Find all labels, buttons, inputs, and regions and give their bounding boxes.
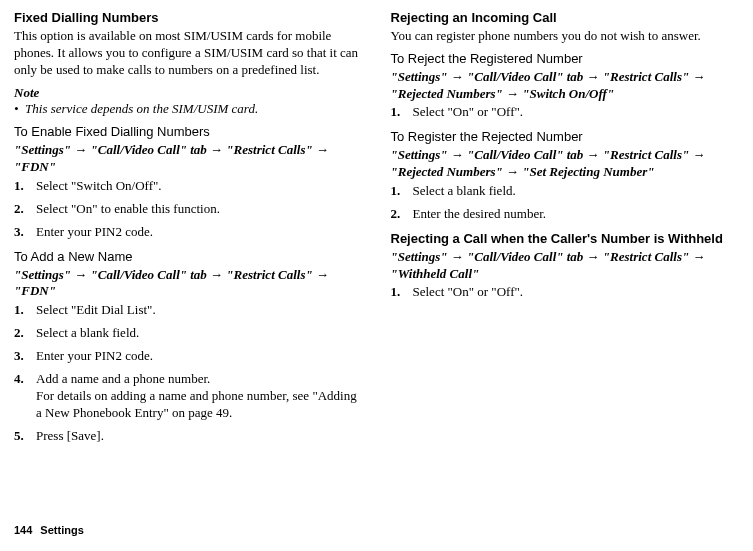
path-seg: "Call/Video Call" tab bbox=[467, 69, 583, 84]
arrow-icon: → bbox=[587, 249, 600, 264]
path-seg: "Restrict Calls" bbox=[226, 142, 312, 157]
heading-fdn: Fixed Dialling Numbers bbox=[14, 10, 363, 27]
arrow-icon: → bbox=[210, 142, 223, 157]
path-seg: "Settings" bbox=[14, 142, 71, 157]
note-head: Note bbox=[14, 85, 363, 102]
steps-enable-fdn: Select "Switch On/Off". Select "On" to e… bbox=[14, 178, 363, 241]
arrow-icon: → bbox=[692, 147, 705, 162]
path-reject-registered: "Settings" → "Call/Video Call" tab → "Re… bbox=[391, 69, 740, 103]
path-seg: "Call/Video Call" tab bbox=[467, 249, 583, 264]
note-text: • This service depends on the SIM/USIM c… bbox=[14, 101, 363, 118]
section-name: Settings bbox=[40, 524, 83, 536]
step: Enter your PIN2 code. bbox=[14, 224, 363, 241]
step: Select "Edit Dial List". bbox=[14, 302, 363, 319]
note-body: This service depends on the SIM/USIM car… bbox=[25, 101, 258, 116]
arrow-icon: → bbox=[451, 147, 464, 162]
heading-withheld: Rejecting a Call when the Caller's Numbe… bbox=[391, 231, 740, 248]
path-seg: "Settings" bbox=[391, 147, 448, 162]
steps-reject-registered: Select "On" or "Off". bbox=[391, 104, 740, 121]
step: Select "Switch On/Off". bbox=[14, 178, 363, 195]
arrow-icon: → bbox=[451, 249, 464, 264]
path-seg: "Restrict Calls" bbox=[603, 69, 689, 84]
path-seg: "Restrict Calls" bbox=[226, 267, 312, 282]
subhead-enable-fdn: To Enable Fixed Dialling Numbers bbox=[14, 124, 363, 141]
path-enable-fdn: "Settings" → "Call/Video Call" tab → "Re… bbox=[14, 142, 363, 176]
path-seg: "Restrict Calls" bbox=[603, 147, 689, 162]
arrow-icon: → bbox=[506, 86, 519, 101]
path-seg: "Restrict Calls" bbox=[603, 249, 689, 264]
path-seg: "Call/Video Call" tab bbox=[467, 147, 583, 162]
step: Enter your PIN2 code. bbox=[14, 348, 363, 365]
subhead-reject-registered: To Reject the Registered Number bbox=[391, 51, 740, 68]
page-footer: 144Settings bbox=[14, 523, 84, 537]
note-bullet: • bbox=[14, 101, 19, 116]
path-seg: "Settings" bbox=[391, 249, 448, 264]
path-register-rejected: "Settings" → "Call/Video Call" tab → "Re… bbox=[391, 147, 740, 181]
path-seg: "Set Rejecting Number" bbox=[522, 164, 654, 179]
desc-fdn: This option is available on most SIM/USI… bbox=[14, 28, 363, 79]
path-add-name: "Settings" → "Call/Video Call" tab → "Re… bbox=[14, 267, 363, 301]
step: Press [Save]. bbox=[14, 428, 363, 445]
step: Select "On" to enable this function. bbox=[14, 201, 363, 218]
path-seg: "Rejected Numbers" bbox=[391, 164, 503, 179]
path-seg: "FDN" bbox=[14, 283, 56, 298]
step: Select a blank field. bbox=[14, 325, 363, 342]
steps-withheld: Select "On" or "Off". bbox=[391, 284, 740, 301]
subhead-register-rejected: To Register the Rejected Number bbox=[391, 129, 740, 146]
step: Select a blank field. bbox=[391, 183, 740, 200]
arrow-icon: → bbox=[587, 147, 600, 162]
step: Select "On" or "Off". bbox=[391, 284, 740, 301]
path-withheld: "Settings" → "Call/Video Call" tab → "Re… bbox=[391, 249, 740, 283]
arrow-icon: → bbox=[587, 69, 600, 84]
path-seg: "Settings" bbox=[391, 69, 448, 84]
path-seg: "Rejected Numbers" bbox=[391, 86, 503, 101]
path-seg: "Call/Video Call" tab bbox=[91, 142, 207, 157]
arrow-icon: → bbox=[316, 142, 329, 157]
left-column: Fixed Dialling Numbers This option is av… bbox=[14, 10, 363, 453]
path-seg: "FDN" bbox=[14, 159, 56, 174]
steps-register-rejected: Select a blank field. Enter the desired … bbox=[391, 183, 740, 223]
step: Select "On" or "Off". bbox=[391, 104, 740, 121]
arrow-icon: → bbox=[74, 267, 87, 282]
step: Add a name and a phone number. For detai… bbox=[14, 371, 363, 422]
step: Enter the desired number. bbox=[391, 206, 740, 223]
path-seg: "Switch On/Off" bbox=[522, 86, 614, 101]
arrow-icon: → bbox=[692, 69, 705, 84]
desc-reject: You can register phone numbers you do no… bbox=[391, 28, 740, 45]
path-seg: "Call/Video Call" tab bbox=[91, 267, 207, 282]
arrow-icon: → bbox=[506, 164, 519, 179]
heading-reject: Rejecting an Incoming Call bbox=[391, 10, 740, 27]
steps-add-name: Select "Edit Dial List". Select a blank … bbox=[14, 302, 363, 444]
arrow-icon: → bbox=[316, 267, 329, 282]
arrow-icon: → bbox=[451, 69, 464, 84]
arrow-icon: → bbox=[692, 249, 705, 264]
path-seg: "Settings" bbox=[14, 267, 71, 282]
arrow-icon: → bbox=[74, 142, 87, 157]
subhead-add-name: To Add a New Name bbox=[14, 249, 363, 266]
page-number: 144 bbox=[14, 524, 32, 536]
arrow-icon: → bbox=[210, 267, 223, 282]
right-column: Rejecting an Incoming Call You can regis… bbox=[391, 10, 740, 453]
path-seg: "Withheld Call" bbox=[391, 266, 480, 281]
